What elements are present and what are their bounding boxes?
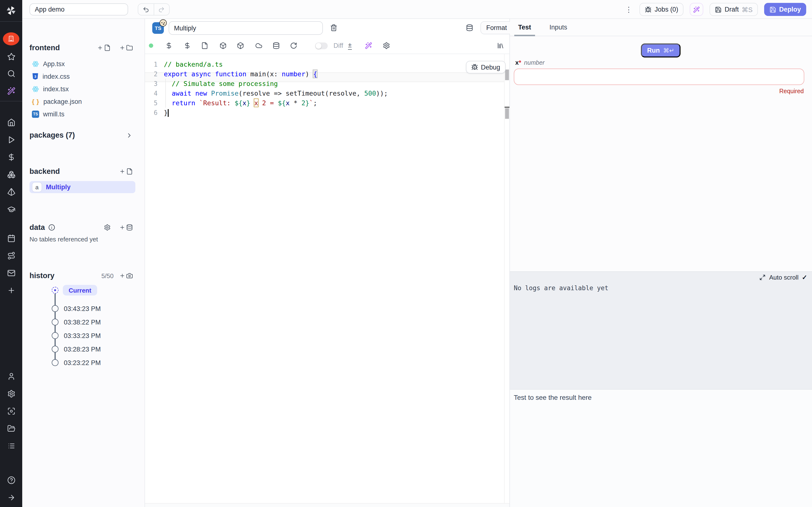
cloud-tool-icon[interactable] xyxy=(255,42,262,49)
library-icon[interactable] xyxy=(497,42,504,49)
timeline-node[interactable] xyxy=(52,332,58,339)
timeline-node[interactable] xyxy=(52,346,58,352)
code-line-5[interactable]: 5 return `Result: ${x} x 2 = ${x * 2}`; xyxy=(145,98,504,108)
expand-logs-icon[interactable] xyxy=(760,274,766,281)
add-snapshot-button[interactable] xyxy=(119,272,133,279)
code-line-1[interactable]: 1// backend/a.ts xyxy=(145,59,504,69)
autoscroll-label[interactable]: Auto scroll xyxy=(769,274,799,281)
format-button[interactable]: Format xyxy=(480,21,513,34)
undo-button[interactable] xyxy=(138,4,153,15)
home-button[interactable] xyxy=(0,118,22,126)
file-row-package.json[interactable]: { }package.json xyxy=(32,97,140,106)
database-icon xyxy=(126,224,133,231)
file-row-wmill.ts[interactable]: TSwmill.ts xyxy=(32,109,140,119)
history-timestamp[interactable]: 03:28:23 PM xyxy=(64,344,101,354)
mail-button[interactable] xyxy=(0,269,22,277)
secrets-tool-icon[interactable] xyxy=(184,42,191,49)
timeline-node[interactable] xyxy=(52,359,58,366)
history-timestamp[interactable]: 03:23:22 PM xyxy=(64,358,101,368)
code-text: } xyxy=(164,108,168,117)
audit-logs-button[interactable] xyxy=(0,441,22,450)
line-number: 5 xyxy=(145,99,158,107)
favorites-button[interactable] xyxy=(0,52,22,61)
add-file-button[interactable] xyxy=(97,44,111,51)
schedules-button[interactable] xyxy=(0,234,22,242)
runs-button[interactable] xyxy=(0,135,22,144)
code-line-3[interactable]: 3 // Simulate some processing xyxy=(145,79,504,89)
plus-icon xyxy=(119,45,125,51)
history-timestamp[interactable]: 03:38:22 PM xyxy=(64,317,101,327)
history-timestamp[interactable]: 03:33:23 PM xyxy=(64,331,101,340)
search-button[interactable] xyxy=(0,69,22,78)
editor-scrollbar[interactable] xyxy=(504,54,509,503)
ai-wand-button[interactable] xyxy=(690,3,703,16)
add-script-button[interactable] xyxy=(119,168,133,175)
user-button[interactable] xyxy=(0,372,22,381)
tutorials-button[interactable] xyxy=(0,205,22,213)
code-line-2[interactable]: 2export async function main(x: number) { xyxy=(145,69,504,79)
package2-tool-icon[interactable] xyxy=(237,42,244,49)
file-label: App.tsx xyxy=(43,60,65,67)
redo-button[interactable] xyxy=(153,4,169,15)
refresh-tool-icon[interactable] xyxy=(290,42,297,49)
app-name-input[interactable] xyxy=(30,3,128,15)
deploy-button[interactable]: Deploy xyxy=(764,3,806,16)
debug-button[interactable]: Debug xyxy=(466,61,506,73)
file-label: package.json xyxy=(43,98,82,105)
timeline-node[interactable] xyxy=(52,305,58,312)
chevron-right-icon[interactable] xyxy=(126,131,133,139)
file-row-index.css[interactable]: 3index.css xyxy=(32,71,140,81)
resources-button[interactable] xyxy=(0,170,22,179)
app-root: ⋮ Jobs (0) Draft ⌘S Deploy frontend xyxy=(0,0,812,507)
expand-rail-button[interactable] xyxy=(0,493,22,502)
ai-assistant-button[interactable] xyxy=(0,87,22,95)
draft-button[interactable]: Draft ⌘S xyxy=(710,3,758,16)
gear-icon[interactable] xyxy=(104,224,111,231)
settings-button[interactable] xyxy=(0,389,22,398)
timeline-node[interactable] xyxy=(52,319,58,326)
variables-button[interactable] xyxy=(0,153,22,161)
code-text: export async function main(x: number) { xyxy=(164,70,317,78)
more-menu-button[interactable]: ⋮ xyxy=(624,3,633,16)
run-button[interactable]: Run ⌘↵ xyxy=(641,44,680,57)
file-tool-icon[interactable] xyxy=(201,42,208,49)
tab-inputs[interactable]: Inputs xyxy=(550,18,567,36)
history-timestamp[interactable]: 03:43:23 PM xyxy=(64,304,101,314)
diff-toggle[interactable] xyxy=(315,43,328,49)
package-tool-icon[interactable] xyxy=(219,42,227,49)
file-row-index.tsx[interactable]: index.tsx xyxy=(32,84,140,94)
workers-button[interactable] xyxy=(0,406,22,415)
backend-item-multiply[interactable]: a Multiply xyxy=(30,181,135,193)
windmill-logo[interactable] xyxy=(0,4,22,17)
flows-button[interactable] xyxy=(0,251,22,260)
user-icon xyxy=(7,372,15,380)
triggers-button[interactable] xyxy=(0,187,22,196)
add-database-button[interactable] xyxy=(119,224,133,231)
database-tool-icon[interactable] xyxy=(272,42,280,49)
database-button[interactable] xyxy=(466,24,473,32)
ai-tool-icon[interactable] xyxy=(365,42,372,49)
folders-button[interactable] xyxy=(0,424,22,433)
add-folder-button[interactable] xyxy=(119,44,133,51)
file-row-App.tsx[interactable]: App.tsx xyxy=(32,59,140,68)
check-icon[interactable]: ✓ xyxy=(802,274,807,281)
code-editor[interactable]: 1// backend/a.ts2export async function m… xyxy=(145,54,504,503)
script-name-input[interactable] xyxy=(169,21,323,35)
diff-plusminus-icon[interactable]: ± xyxy=(348,41,352,50)
timeline-current-node[interactable] xyxy=(52,287,58,294)
tab-test[interactable]: Test xyxy=(518,18,531,36)
frontend-section-header: frontend xyxy=(30,43,133,53)
code-line-4[interactable]: 4 await new Promise(resolve => setTimeou… xyxy=(145,89,504,98)
trash-button[interactable] xyxy=(330,24,337,32)
x-number-input[interactable] xyxy=(514,68,804,85)
variables-tool-icon[interactable] xyxy=(165,42,172,49)
history-current[interactable]: Current xyxy=(63,285,97,295)
settings-tool-icon[interactable] xyxy=(383,42,390,49)
help-button[interactable] xyxy=(0,475,22,484)
add-button[interactable] xyxy=(0,286,22,294)
code-line-6[interactable]: 6} xyxy=(145,108,504,117)
data-section-header: data xyxy=(30,223,133,232)
jobs-button[interactable]: Jobs (0) xyxy=(640,3,684,16)
workspace-button[interactable] xyxy=(0,32,22,45)
packages-section-header[interactable]: packages (7) xyxy=(30,130,133,140)
